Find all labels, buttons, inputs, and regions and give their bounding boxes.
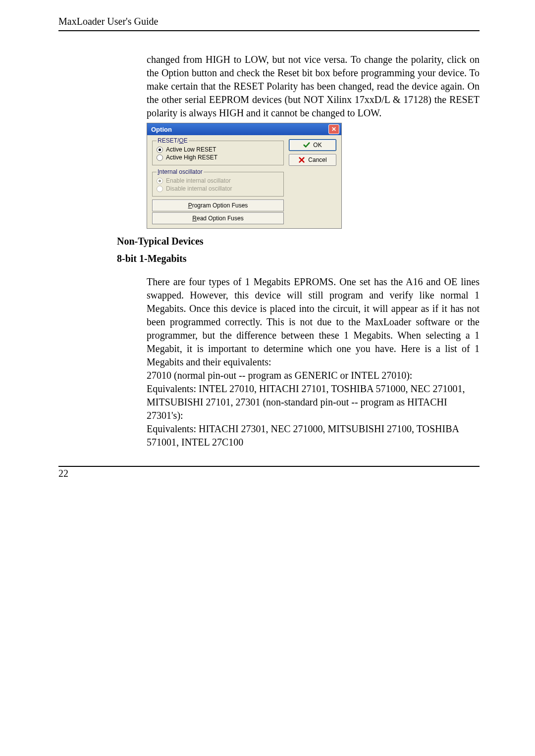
ok-button[interactable]: OK [289, 139, 336, 151]
option-dialog: Option ✕ RESET/OE Active Low RESET Activ… [147, 123, 342, 229]
intro-paragraph: changed from HIGH to LOW, but not vice v… [147, 53, 480, 120]
reset-oe-legend: RESET/OE [157, 137, 189, 144]
close-icon[interactable]: ✕ [328, 124, 339, 134]
page-number: 22 [58, 468, 68, 479]
reset-oe-group: RESET/OE Active Low RESET Active High RE… [152, 137, 284, 165]
x-icon [298, 156, 305, 163]
equiv-line-2: Equivalents: INTEL 27010, HITACHI 27101,… [147, 382, 480, 422]
radio-label: Active Low RESET [166, 146, 216, 153]
radio-active-high-reset[interactable]: Active High RESET [157, 154, 279, 161]
cancel-label: Cancel [308, 156, 326, 163]
cancel-button[interactable]: Cancel [289, 154, 336, 166]
read-option-fuses-button[interactable]: Read Option Fuses [152, 212, 284, 224]
equiv-line-3: Equivalents: HITACHI 27301, NEC 271000, … [147, 422, 480, 449]
radio-label: Active High RESET [166, 154, 217, 161]
radio-icon [157, 147, 163, 153]
page-footer: 22 [58, 466, 480, 479]
check-icon [303, 142, 310, 149]
internal-osc-legend: Internal oscillator [157, 168, 204, 175]
ok-label: OK [313, 142, 321, 149]
radio-active-low-reset[interactable]: Active Low RESET [157, 146, 279, 153]
radio-label: Enable internal oscillator [166, 177, 231, 184]
program-option-fuses-button[interactable]: Program Option Fuses [152, 200, 284, 211]
internal-osc-group: Internal oscillator Enable internal osci… [152, 168, 284, 197]
radio-icon [157, 178, 163, 184]
heading-8bit-1megabits: 8-bit 1-Megabits [117, 253, 480, 264]
radio-enable-osc: Enable internal oscillator [157, 177, 279, 184]
heading-non-typical-devices: Non-Typical Devices [117, 236, 480, 247]
radio-icon [157, 154, 163, 161]
radio-icon [157, 186, 163, 192]
body-paragraph: There are four types of 1 Megabits EPROM… [147, 275, 480, 369]
equiv-line-1: 27010 (normal pin-out -- program as GENE… [147, 369, 480, 382]
radio-label: Disable internal oscillator [166, 185, 232, 192]
running-header: MaxLoader User's Guide [58, 16, 480, 31]
dialog-titlebar: Option ✕ [147, 123, 341, 135]
dialog-title: Option [151, 126, 172, 133]
radio-disable-osc: Disable internal oscillator [157, 185, 279, 192]
